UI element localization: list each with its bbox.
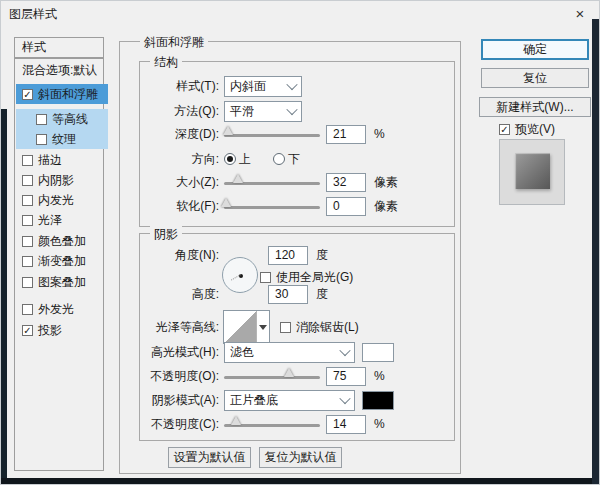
soften-input[interactable]: 0 [326, 197, 366, 216]
depth-slider[interactable] [224, 134, 320, 137]
pattern-overlay-checkbox[interactable] [22, 277, 33, 288]
sidebar-item-drop-shadow[interactable]: 投影 [16, 320, 108, 340]
highlight-color-swatch[interactable] [362, 343, 394, 362]
direction-up-radio[interactable] [224, 153, 236, 165]
size-slider[interactable] [224, 182, 320, 185]
sidebar-item-label: 纹理 [52, 131, 76, 148]
sidebar-item-inner-glow[interactable]: 内发光 [16, 190, 108, 210]
shadow-opacity-input[interactable]: 14 [326, 415, 366, 434]
panel-title: 斜面和浮雕 [140, 34, 208, 51]
angle-unit: 度 [316, 247, 328, 264]
sidebar-item-pattern-overlay[interactable]: 图案叠加 [16, 272, 108, 292]
highlight-opacity-thumb[interactable] [284, 368, 294, 377]
technique-dropdown-value: 平滑 [230, 103, 254, 120]
close-icon[interactable]: × [569, 3, 591, 23]
desktop-edge-bottom [1, 478, 600, 485]
direction-label: 方向: [139, 151, 224, 168]
sidebar-item-stroke[interactable]: 描边 [16, 150, 108, 170]
soften-slider-thumb[interactable] [221, 198, 231, 207]
drop-shadow-checkbox[interactable] [22, 325, 33, 336]
angle-label: 角度(N): [139, 247, 224, 264]
altitude-input[interactable]: 30 [268, 285, 308, 304]
satin-checkbox[interactable] [22, 215, 33, 226]
shadow-mode-dropdown[interactable]: 正片叠底 [224, 390, 355, 411]
size-value: 32 [333, 175, 346, 189]
triangle-down-icon [259, 325, 267, 330]
styles-list-header: 样式 [14, 37, 104, 58]
new-style-label: 新建样式(W)... [496, 99, 573, 116]
structure-title: 结构 [150, 54, 182, 71]
sidebar-item-inner-shadow[interactable]: 内阴影 [16, 170, 108, 190]
shadow-opacity-label: 不透明度(C): [139, 416, 224, 433]
color-overlay-checkbox[interactable] [22, 236, 33, 247]
depth-unit: % [374, 127, 385, 141]
chevron-down-icon [286, 104, 297, 115]
soften-slider[interactable] [224, 206, 320, 209]
size-input[interactable]: 32 [326, 173, 366, 192]
altitude-label: 高度: [139, 286, 224, 303]
sidebar-item-blending-options[interactable]: 混合选项:默认 [16, 60, 108, 80]
inner-shadow-checkbox[interactable] [22, 175, 33, 186]
inner-glow-checkbox[interactable] [22, 195, 33, 206]
soften-label: 软化(F): [139, 198, 224, 215]
ok-label: 确定 [523, 41, 547, 58]
gradient-overlay-checkbox[interactable] [22, 256, 33, 267]
reset-button[interactable]: 复位 [481, 68, 589, 88]
highlight-opacity-input[interactable]: 75 [326, 367, 366, 386]
depth-value: 21 [333, 127, 346, 141]
preview-bevel-square [515, 153, 550, 189]
shadow-opacity-slider[interactable] [224, 424, 320, 427]
size-slider-thumb[interactable] [233, 174, 243, 183]
direction-down-label: 下 [288, 151, 300, 168]
new-style-button[interactable]: 新建样式(W)... [479, 97, 591, 117]
shadow-opacity-thumb[interactable] [231, 416, 241, 425]
altitude-unit: 度 [316, 286, 328, 303]
texture-checkbox[interactable] [36, 134, 47, 145]
contour-checkbox[interactable] [36, 114, 47, 125]
sidebar-item-label: 混合选项:默认 [22, 62, 97, 79]
gloss-contour-label: 光泽等高线: [139, 319, 224, 336]
sidebar-item-texture[interactable]: 纹理 [16, 129, 108, 149]
preview-checkbox[interactable] [499, 124, 510, 135]
shadow-opacity-unit: % [374, 417, 385, 431]
highlight-mode-dropdown[interactable]: 滤色 [224, 342, 355, 363]
sidebar-item-label: 等高线 [52, 111, 88, 128]
shadow-opacity-value: 14 [333, 417, 346, 431]
depth-slider-thumb[interactable] [223, 126, 233, 135]
styles-list: 混合选项:默认 斜面和浮雕 等高线 纹理 描边 内阴影 内发光 光泽 [14, 58, 104, 471]
style-dropdown-value: 内斜面 [230, 78, 266, 95]
anti-alias-checkbox[interactable] [280, 322, 291, 333]
stroke-checkbox[interactable] [22, 155, 33, 166]
soften-unit: 像素 [374, 198, 398, 215]
reset-to-default-button[interactable]: 复位为默认值 [259, 447, 342, 468]
ok-button[interactable]: 确定 [481, 39, 589, 60]
highlight-opacity-slider[interactable] [224, 376, 320, 379]
gloss-contour-picker[interactable] [223, 310, 270, 344]
sidebar-item-gradient-overlay[interactable]: 渐变叠加 [16, 251, 108, 271]
style-dropdown[interactable]: 内斜面 [224, 76, 302, 97]
global-light-checkbox[interactable] [260, 272, 271, 283]
sidebar-item-color-overlay[interactable]: 颜色叠加 [16, 231, 108, 251]
shading-title: 阴影 [150, 226, 182, 243]
sidebar-item-label: 图案叠加 [38, 274, 86, 291]
sidebar-item-label: 斜面和浮雕 [38, 86, 98, 103]
technique-dropdown[interactable]: 平滑 [224, 101, 302, 122]
angle-input[interactable]: 120 [268, 246, 308, 265]
style-preview-thumbnail [499, 139, 565, 205]
sidebar-item-label: 投影 [38, 322, 62, 339]
bevel-emboss-checkbox[interactable] [22, 89, 33, 100]
sidebar-item-satin[interactable]: 光泽 [16, 210, 108, 230]
set-as-default-button[interactable]: 设置为默认值 [168, 447, 251, 468]
desktop-edge-left [1, 109, 7, 485]
depth-input[interactable]: 21 [326, 125, 366, 144]
sidebar-item-bevel-emboss[interactable]: 斜面和浮雕 [16, 84, 108, 104]
contour-thumbnail-icon [224, 311, 257, 343]
shadow-color-swatch[interactable] [362, 391, 394, 410]
direction-down-radio[interactable] [273, 153, 285, 165]
sidebar-item-contour[interactable]: 等高线 [16, 109, 108, 129]
size-label: 大小(Z): [139, 174, 224, 191]
contour-dropdown-arrow[interactable] [257, 311, 269, 343]
outer-glow-checkbox[interactable] [22, 304, 33, 315]
sidebar-item-outer-glow[interactable]: 外发光 [16, 299, 108, 319]
preview-label: 预览(V) [515, 121, 555, 138]
